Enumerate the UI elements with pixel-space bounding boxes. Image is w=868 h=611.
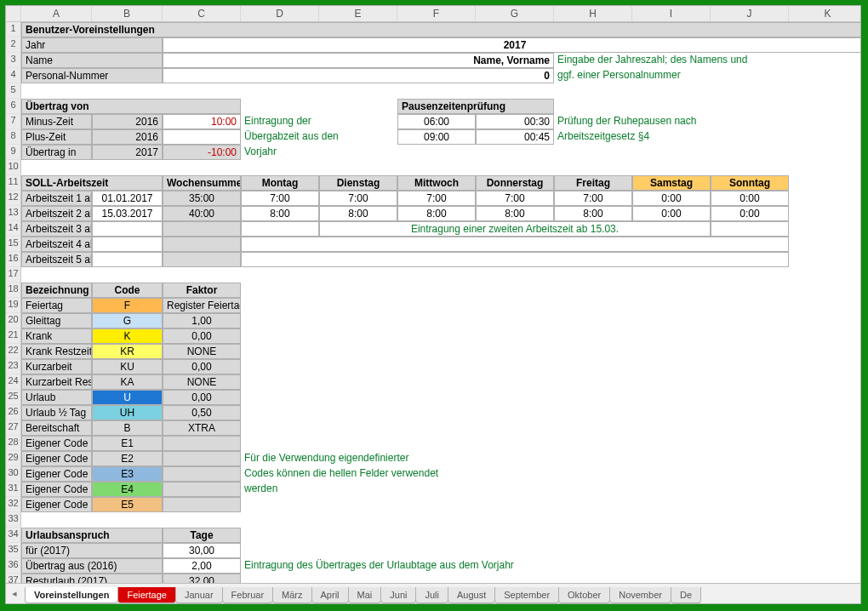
spreadsheet: ABC DEF GHI JK 1 Benutzer-Voreinstellung… bbox=[5, 5, 861, 604]
code-cell: B bbox=[92, 420, 163, 436]
sheet-tab-november[interactable]: November bbox=[609, 587, 671, 603]
sheet-tab-juni[interactable]: Juni bbox=[380, 587, 416, 603]
code-name: Urlaub bbox=[21, 390, 92, 405]
code-name: Urlaub ½ Tag bbox=[21, 405, 92, 420]
code-cell: E3 bbox=[92, 466, 163, 482]
code-cell: U bbox=[92, 390, 163, 405]
sheet-tab-februar[interactable]: Februar bbox=[222, 587, 274, 603]
sheet-tabs: ◂ VoreinstellungenFeiertageJanuarFebruar… bbox=[6, 583, 860, 603]
code-faktor: 0,50 bbox=[163, 405, 241, 420]
code-name: Eigener Code 1 bbox=[21, 436, 92, 451]
sheet-tab-mai[interactable]: Mai bbox=[348, 587, 382, 603]
sheet-tab-oktober[interactable]: Oktober bbox=[558, 587, 610, 603]
code-faktor: 0,00 bbox=[163, 328, 241, 344]
code-name: Eigener Code 4 bbox=[21, 482, 92, 497]
column-headers: ABC DEF GHI JK bbox=[6, 6, 860, 22]
code-cell: G bbox=[92, 313, 163, 328]
code-name: Kurzarbeit bbox=[21, 359, 92, 374]
code-name: Eigener Code 5 bbox=[21, 497, 92, 512]
tab-scroll-icon[interactable]: ◂ bbox=[6, 584, 23, 602]
code-cell: F bbox=[92, 298, 163, 313]
code-name: Krank bbox=[21, 328, 92, 344]
code-name: Eigener Code 3 bbox=[21, 466, 92, 482]
sheet-tab-voreinstellungen[interactable]: Voreinstellungen bbox=[25, 587, 118, 603]
code-name: Bereitschaft bbox=[21, 420, 92, 436]
code-faktor bbox=[163, 497, 241, 512]
sheet-tab-märz[interactable]: März bbox=[272, 587, 311, 603]
code-faktor: 1,00 bbox=[163, 313, 241, 328]
code-cell: E1 bbox=[92, 436, 163, 451]
code-cell: E5 bbox=[92, 497, 163, 512]
code-faktor: Register Feiertage bbox=[163, 298, 241, 313]
code-name: Feiertag bbox=[21, 298, 92, 313]
year-input[interactable]: 2017 bbox=[163, 37, 861, 53]
code-cell: KR bbox=[92, 344, 163, 359]
sheet-tab-de[interactable]: De bbox=[671, 587, 701, 603]
name-input[interactable]: Name, Vorname bbox=[163, 53, 554, 68]
urlaub-value[interactable]: 2,00 bbox=[163, 558, 241, 574]
code-cell: E4 bbox=[92, 482, 163, 497]
sheet-tab-august[interactable]: August bbox=[448, 587, 495, 603]
sheet-tab-juli[interactable]: Juli bbox=[415, 587, 448, 603]
personal-input[interactable]: 0 bbox=[163, 68, 554, 83]
code-faktor bbox=[163, 436, 241, 451]
urlaub-value[interactable]: 30,00 bbox=[163, 543, 241, 558]
section-title: Benutzer-Voreinstellungen bbox=[21, 22, 861, 37]
sheet-tab-september[interactable]: September bbox=[494, 587, 559, 603]
code-cell: K bbox=[92, 328, 163, 344]
code-name: Gleittag bbox=[21, 313, 92, 328]
code-cell: KA bbox=[92, 374, 163, 390]
soll-header: 11 SOLL-Arbeitszeit Wochensumme Montag D… bbox=[6, 175, 860, 191]
code-faktor: 0,00 bbox=[163, 390, 241, 405]
code-name: Eigener Code 2 bbox=[21, 451, 92, 466]
code-faktor: 0,00 bbox=[163, 359, 241, 374]
code-name: Kurzarbeit Restzeit bbox=[21, 374, 92, 390]
sheet-tab-januar[interactable]: Januar bbox=[175, 587, 223, 603]
code-cell: KU bbox=[92, 359, 163, 374]
code-cell: E2 bbox=[92, 451, 163, 466]
code-faktor: NONE bbox=[163, 344, 241, 359]
sheet-tab-april[interactable]: April bbox=[311, 587, 349, 603]
row-2: 2 Jahr 2017 bbox=[6, 37, 860, 53]
code-faktor bbox=[163, 482, 241, 497]
minus-time[interactable]: 10:00 bbox=[163, 114, 241, 129]
code-faktor bbox=[163, 466, 241, 482]
row-1: 1 Benutzer-Voreinstellungen bbox=[6, 22, 860, 37]
code-faktor: NONE bbox=[163, 374, 241, 390]
code-faktor bbox=[163, 451, 241, 466]
code-cell: UH bbox=[92, 405, 163, 420]
code-name: Krank Restzeit bbox=[21, 344, 92, 359]
code-faktor: XTRA bbox=[163, 420, 241, 436]
sheet-tab-feiertage[interactable]: Feiertage bbox=[117, 587, 175, 603]
